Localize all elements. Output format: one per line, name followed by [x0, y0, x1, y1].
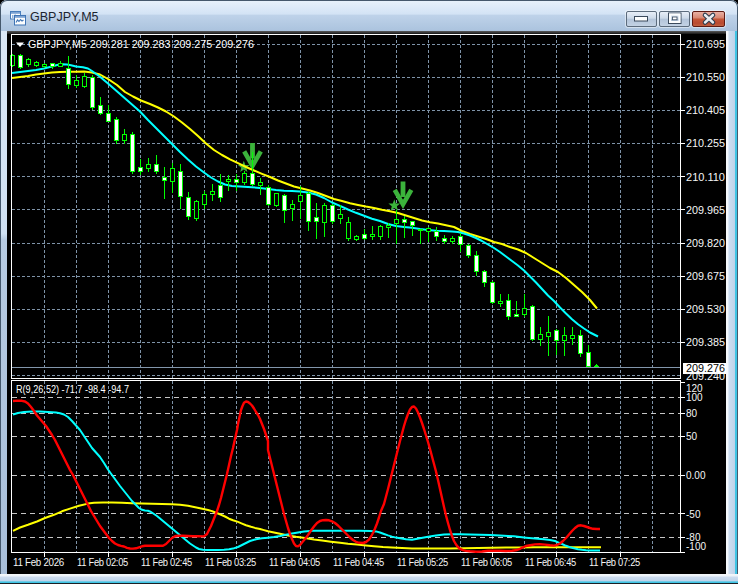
svg-text:11 Feb 02:05: 11 Feb 02:05: [77, 557, 129, 568]
svg-text:11 Feb 06:05: 11 Feb 06:05: [461, 557, 513, 568]
svg-text:210.110: 210.110: [686, 172, 725, 183]
svg-text:100: 100: [686, 392, 703, 403]
svg-text:50: 50: [686, 431, 698, 442]
svg-text:GBPJPY,M5 209.281 209.283 209.: GBPJPY,M5 209.281 209.283 209.275 209.27…: [28, 38, 254, 50]
svg-text:209.820: 209.820: [686, 238, 725, 249]
svg-text:210.255: 210.255: [686, 138, 725, 149]
svg-text:11 Feb 03:25: 11 Feb 03:25: [205, 557, 257, 568]
svg-text:209.675: 209.675: [686, 271, 725, 282]
svg-text:11 Feb 06:45: 11 Feb 06:45: [525, 557, 577, 568]
svg-text:11 Feb 04:45: 11 Feb 04:45: [333, 557, 385, 568]
svg-text:11 Feb 02:45: 11 Feb 02:45: [141, 557, 193, 568]
svg-text:11 Feb 04:05: 11 Feb 04:05: [269, 557, 321, 568]
svg-text:R(9,26,52) -71.7 -98.4 -94.7: R(9,26,52) -71.7 -98.4 -94.7: [16, 383, 129, 395]
svg-text:209.965: 209.965: [686, 205, 725, 216]
svg-text:11 Feb 07:25: 11 Feb 07:25: [589, 557, 641, 568]
svg-text:-50: -50: [686, 509, 701, 520]
svg-text:210.405: 210.405: [686, 105, 725, 116]
svg-text:210.695: 210.695: [686, 39, 725, 50]
svg-text:209.240: 209.240: [686, 371, 725, 382]
svg-text:11 Feb 2026: 11 Feb 2026: [13, 557, 65, 568]
svg-text:0.00: 0.00: [686, 470, 706, 481]
svg-text:209.385: 209.385: [686, 337, 725, 348]
svg-text:80: 80: [686, 408, 698, 419]
svg-text:11 Feb 05:25: 11 Feb 05:25: [397, 557, 449, 568]
svg-text:210.550: 210.550: [686, 72, 725, 83]
svg-text:209.530: 209.530: [686, 304, 725, 315]
svg-text:-100: -100: [686, 541, 706, 552]
